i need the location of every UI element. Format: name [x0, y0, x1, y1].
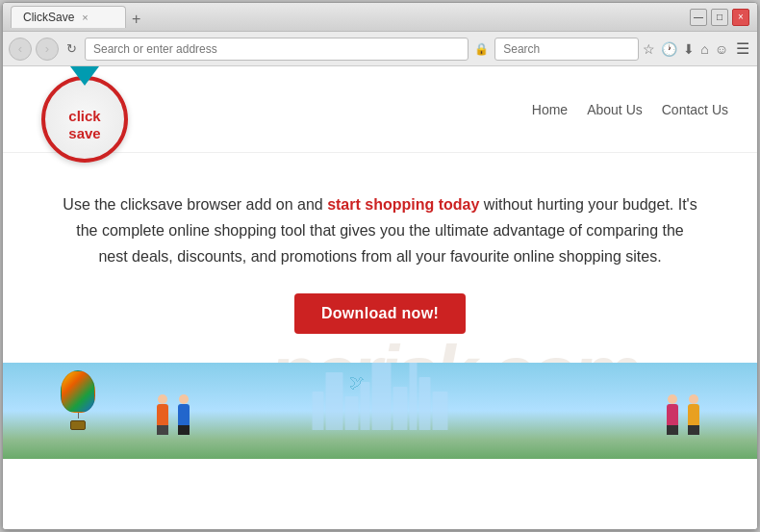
figures-right	[667, 394, 699, 435]
maximize-button[interactable]: □	[711, 9, 728, 26]
minimize-button[interactable]: —	[690, 9, 707, 26]
forward-button[interactable]: ›	[36, 38, 59, 61]
hot-air-balloon	[61, 370, 95, 430]
logo-text: click save	[68, 108, 100, 142]
tab-title: ClickSave	[23, 11, 74, 24]
ssl-icon: 🔒	[472, 42, 491, 56]
figure-head	[179, 394, 189, 404]
reload-button[interactable]: ↻	[63, 41, 81, 56]
menu-button[interactable]: ☰	[734, 39, 751, 58]
figure-body	[157, 404, 168, 425]
new-tab-button[interactable]: +	[126, 11, 146, 28]
figure	[688, 394, 699, 435]
figure-legs	[667, 425, 678, 435]
hero-description: Use the clicksave browser add on and sta…	[63, 191, 697, 270]
bird-icon: 🕊	[349, 374, 365, 392]
figure-body	[178, 404, 190, 425]
history-icon[interactable]: 🕐	[661, 41, 677, 57]
site-header: click save Home About Us Contact Us	[3, 66, 757, 153]
tab-bar: ClickSave × +	[11, 6, 690, 28]
balloon-body	[61, 370, 95, 413]
city-skyline	[313, 363, 448, 430]
address-bar[interactable]	[85, 38, 469, 61]
window-controls: — □ ×	[690, 9, 749, 26]
figure-head	[158, 394, 167, 404]
building	[393, 387, 408, 430]
hero-section: pcrisk.com Use the clicksave browser add…	[3, 153, 757, 363]
user-icon[interactable]: ☺	[715, 41, 728, 57]
building	[419, 377, 431, 430]
building	[326, 372, 343, 430]
bookmark-icon[interactable]: ☆	[643, 41, 655, 57]
building	[410, 363, 418, 430]
hero-highlight: start shopping today	[327, 196, 479, 213]
logo-arrow-icon	[67, 66, 102, 86]
back-button[interactable]: ‹	[9, 38, 32, 61]
figures-left	[157, 394, 190, 435]
nav-about[interactable]: About Us	[587, 102, 643, 117]
building	[372, 363, 392, 430]
figure-body	[667, 404, 678, 425]
site-nav: Home About Us Contact Us	[532, 102, 728, 117]
figure	[157, 394, 168, 435]
download-button[interactable]: Download now!	[294, 293, 466, 334]
figure	[178, 394, 190, 435]
building	[433, 392, 448, 430]
balloon-basket	[70, 420, 86, 430]
figure-legs	[178, 425, 190, 435]
title-bar: ClickSave × + — □ ×	[3, 3, 757, 32]
nav-home[interactable]: Home	[532, 102, 568, 117]
search-input[interactable]	[494, 38, 639, 61]
download-icon[interactable]: ⬇	[683, 41, 695, 57]
balloon-rope	[78, 413, 79, 418]
logo-circle: click save	[41, 76, 128, 163]
browser-window: ClickSave × + — □ × ‹ › ↻ 🔒 ☆ 🕐 ⬇ ⌂ ☺ ☰	[2, 2, 758, 530]
close-button[interactable]: ×	[732, 9, 749, 26]
figure-legs	[688, 425, 699, 435]
home-icon[interactable]: ⌂	[700, 41, 708, 57]
nav-icons: ☆ 🕐 ⬇ ⌂ ☺ ☰	[643, 39, 751, 58]
active-tab[interactable]: ClickSave ×	[11, 6, 126, 28]
figure-head	[689, 394, 698, 404]
figure-body	[688, 404, 699, 425]
navigation-bar: ‹ › ↻ 🔒 ☆ 🕐 ⬇ ⌂ ☺ ☰	[3, 32, 757, 66]
bottom-illustration: 🕊	[3, 363, 757, 459]
page-content: click save Home About Us Contact Us pcri…	[3, 66, 757, 529]
building	[313, 392, 324, 430]
figure-legs	[157, 425, 168, 435]
building	[345, 396, 359, 430]
tab-close-btn[interactable]: ×	[82, 12, 88, 23]
nav-contact[interactable]: Contact Us	[662, 102, 728, 117]
figure-head	[668, 394, 677, 404]
figure	[667, 394, 678, 435]
logo-area: click save	[41, 76, 128, 163]
